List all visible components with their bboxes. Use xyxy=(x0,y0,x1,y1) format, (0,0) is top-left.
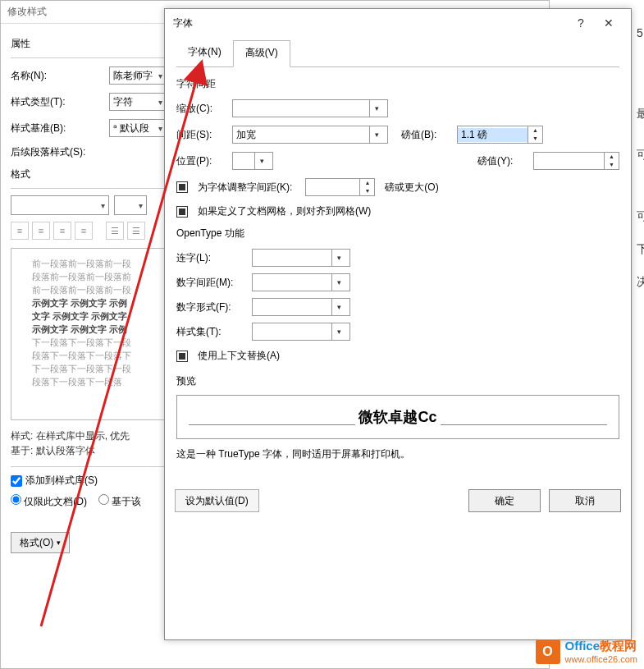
context-alt-checkbox[interactable] xyxy=(176,351,188,362)
bg-char: 可 xyxy=(637,209,644,224)
spin-down-icon: ▼ xyxy=(528,135,542,143)
spacing-label: 间距(S): xyxy=(176,128,227,142)
add-to-gallery-label: 添加到样式库(S) xyxy=(25,474,98,488)
position-combo[interactable]: ▾ xyxy=(232,152,273,170)
font-size-combo[interactable]: ▾ xyxy=(114,195,147,215)
ligatures-label: 连字(L): xyxy=(176,251,252,265)
spacing-points-spinner[interactable]: 1.1 磅 ▲▼ xyxy=(457,126,543,144)
ligatures-combo[interactable]: ▾ xyxy=(252,249,350,267)
kerning-after-label: 磅或更大(O) xyxy=(385,181,438,195)
type-label: 样式类型(T): xyxy=(11,95,109,109)
context-alt-label: 使用上下文替换(A) xyxy=(198,349,280,363)
line-spacing-icon[interactable]: ☰ xyxy=(106,222,124,240)
indent-icon[interactable]: ☰ xyxy=(127,222,145,240)
spacing-points-label: 磅值(B): xyxy=(401,128,452,142)
preview-label: 预览 xyxy=(176,374,619,388)
name-field[interactable]: 陈老师字 xyxy=(109,66,167,85)
kerning-checkbox[interactable] xyxy=(176,181,188,193)
char-spacing-group: 字符间距 xyxy=(176,77,619,91)
font-family-combo[interactable]: ▾ xyxy=(11,195,109,215)
front-titlebar: 字体 ? ✕ xyxy=(165,9,631,37)
number-form-label: 数字形式(F): xyxy=(176,300,252,314)
tab-advanced[interactable]: 高级(V) xyxy=(233,40,290,67)
snap-grid-label: 如果定义了文档网格，则对齐到网格(W) xyxy=(198,204,371,218)
back-title: 修改样式 xyxy=(7,5,47,19)
watermark: O Office教程网 www.office26.com xyxy=(536,639,637,664)
brand-text-2: 教程网 xyxy=(600,639,637,653)
stylistic-sets-label: 样式集(T): xyxy=(176,325,252,339)
only-this-doc-radio[interactable]: 仅限此文档(D) xyxy=(11,494,87,509)
bg-char: 最 xyxy=(637,107,644,121)
scale-combo[interactable]: ▾ xyxy=(232,99,388,117)
name-label: 名称(N): xyxy=(11,69,109,83)
cancel-button[interactable]: 取消 xyxy=(549,489,621,512)
set-default-button[interactable]: 设为默认值(D) xyxy=(175,489,259,512)
font-preview-box: 微软卓越Cc xyxy=(176,395,619,439)
bg-char: 5 xyxy=(637,26,643,39)
base-field[interactable]: ᵃ 默认段 xyxy=(109,119,167,137)
scale-label: 缩放(C): xyxy=(176,102,227,116)
brand-text-1: Office xyxy=(565,639,601,653)
logo-icon: O xyxy=(536,639,560,664)
format-menu-button[interactable]: 格式(O)▾ xyxy=(11,532,70,553)
number-spacing-combo[interactable]: ▾ xyxy=(252,273,350,291)
following-label: 后续段落样式(S): xyxy=(11,145,109,159)
spin-up-icon: ▲ xyxy=(528,126,542,135)
snap-grid-checkbox[interactable] xyxy=(176,206,188,218)
position-label: 位置(P): xyxy=(176,154,227,168)
spacing-combo[interactable]: 加宽▾ xyxy=(232,126,388,144)
kerning-label: 为字体调整字间距(K): xyxy=(198,181,292,195)
align-left-icon[interactable]: ≡ xyxy=(11,222,29,240)
kerning-spinner[interactable]: ▲▼ xyxy=(305,178,375,196)
base-label: 样式基准(B): xyxy=(11,121,109,135)
ok-button[interactable]: 确定 xyxy=(468,489,541,512)
position-points-label: 磅值(Y): xyxy=(477,154,528,168)
brand-url: www.office26.com xyxy=(565,654,637,664)
based-on-template-radio[interactable]: 基于该 xyxy=(98,494,141,509)
type-field[interactable]: 字符 xyxy=(109,93,167,111)
align-center-icon[interactable]: ≡ xyxy=(32,222,50,240)
bg-char: 可 xyxy=(637,148,644,163)
bg-char: 决 xyxy=(637,275,644,290)
position-points-spinner[interactable]: ▲▼ xyxy=(533,152,619,170)
add-to-gallery-checkbox[interactable] xyxy=(11,475,22,487)
opentype-group: OpenType 功能 xyxy=(176,227,619,241)
number-form-combo[interactable]: ▾ xyxy=(252,298,350,316)
bg-char: 下 xyxy=(637,242,644,257)
truetype-desc: 这是一种 TrueType 字体，同时适用于屏幕和打印机。 xyxy=(176,447,619,461)
tab-strip: 字体(N) 高级(V) xyxy=(176,40,619,67)
number-spacing-label: 数字间距(M): xyxy=(176,276,252,290)
preview-text: 微软卓越Cc xyxy=(355,407,440,427)
close-icon[interactable]: ✕ xyxy=(595,11,623,34)
stylistic-sets-combo[interactable]: ▾ xyxy=(252,323,350,341)
align-justify-icon[interactable]: ≡ xyxy=(75,222,93,240)
font-dialog: 字体 ? ✕ 字体(N) 高级(V) 字符间距 缩放(C): ▾ 间距(S): … xyxy=(164,8,632,640)
tab-font[interactable]: 字体(N) xyxy=(176,40,233,66)
dialog-footer: 设为默认值(D) 确定 取消 xyxy=(165,479,631,522)
align-right-icon[interactable]: ≡ xyxy=(53,222,71,240)
help-icon[interactable]: ? xyxy=(567,11,595,34)
font-dialog-title: 字体 xyxy=(173,16,567,30)
